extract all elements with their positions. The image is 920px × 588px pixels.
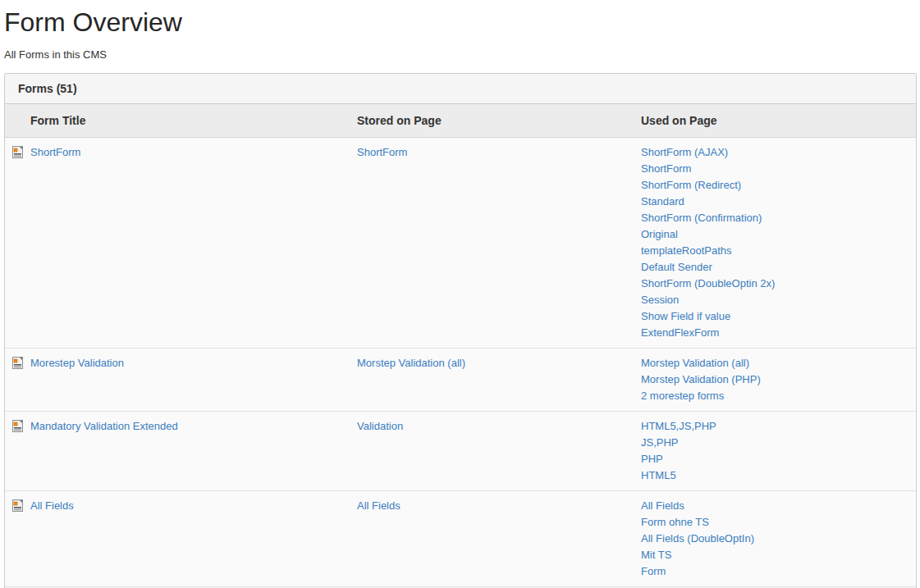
form-title-link[interactable]: Mandatory Validation Extended xyxy=(30,418,178,435)
used-on-page-link[interactable]: ShortForm (AJAX) xyxy=(641,144,909,161)
used-on-page-link[interactable]: Default Sender xyxy=(641,259,909,276)
used-on-page-link[interactable]: JS,PHP xyxy=(641,435,909,451)
form-document-icon xyxy=(11,357,25,370)
used-on-page-link[interactable]: HTML5,JS,PHP xyxy=(641,418,909,435)
forms-table-header: Form Title Stored on Page Used on Page xyxy=(5,104,916,138)
stored-on-page-link[interactable]: Morstep Validation (all) xyxy=(357,357,465,369)
form-overview-page: Form Overview All Forms in this CMS Form… xyxy=(0,0,920,588)
used-on-page-link[interactable]: Morstep Validation (PHP) xyxy=(641,371,909,388)
form-title-link[interactable]: All Fields xyxy=(30,498,74,514)
used-on-page-link[interactable]: Form xyxy=(641,563,909,580)
forms-panel: Forms (51) Form Title Stored on Page Use… xyxy=(4,73,917,588)
used-on-page-link[interactable]: Original xyxy=(641,226,909,243)
used-on-page-link[interactable]: Form ohne TS xyxy=(641,514,909,531)
used-on-page-link[interactable]: ShortForm (Confirmation) xyxy=(641,210,909,226)
used-on-page-list: Morstep Validation (all)Morstep Validati… xyxy=(634,348,916,411)
used-on-page-link[interactable]: ShortForm (Redirect) xyxy=(641,177,909,194)
used-on-page-link[interactable]: Morstep Validation (all) xyxy=(641,355,909,371)
column-header-form-title: Form Title xyxy=(5,104,350,138)
used-on-page-list: HTML5,JS,PHPJS,PHPPHPHTML5 xyxy=(634,411,916,490)
used-on-page-link[interactable]: Show Field if value xyxy=(641,308,909,325)
stored-on-page-link[interactable]: Validation xyxy=(357,420,403,432)
used-on-page-link[interactable]: ExtendFlexForm xyxy=(641,325,909,341)
used-on-page-list: ShortForm (AJAX)ShortFormShortForm (Redi… xyxy=(634,137,916,348)
table-row: ShortForm ShortForm ShortForm (AJAX)Shor… xyxy=(5,137,916,348)
used-on-page-link[interactable]: Mit TS xyxy=(641,547,909,563)
table-row: All Fields All Fields All FieldsForm ohn… xyxy=(5,490,916,586)
form-document-icon xyxy=(11,499,25,513)
used-on-page-list: All FieldsForm ohne TSAll Fields (Double… xyxy=(634,490,916,586)
form-title-link[interactable]: ShortForm xyxy=(30,144,80,161)
used-on-page-link[interactable]: ShortForm (DoubleOptin 2x) xyxy=(641,276,909,292)
forms-table: Form Title Stored on Page Used on Page xyxy=(5,104,916,588)
table-row: Morestep Validation Morstep Validation (… xyxy=(5,348,916,411)
used-on-page-link[interactable]: 2 morestep forms xyxy=(641,388,909,404)
used-on-page-link[interactable]: All Fields (DoubleOptIn) xyxy=(641,531,909,547)
used-on-page-link[interactable]: PHP xyxy=(641,451,909,467)
stored-on-page-link[interactable]: All Fields xyxy=(357,499,400,512)
used-on-page-link[interactable]: ShortForm xyxy=(641,161,909,177)
column-header-used-on-page: Used on Page xyxy=(634,104,916,138)
page-subtitle: All Forms in this CMS xyxy=(4,48,917,61)
form-document-icon xyxy=(11,420,25,433)
used-on-page-link[interactable]: templateRootPaths xyxy=(641,243,909,259)
form-title-link[interactable]: Morestep Validation xyxy=(30,355,124,371)
page-title: Form Overview xyxy=(4,7,917,38)
forms-table-body: ShortForm ShortForm ShortForm (AJAX)Shor… xyxy=(5,137,916,588)
used-on-page-link[interactable]: Standard xyxy=(641,194,909,210)
form-document-icon xyxy=(11,146,25,159)
used-on-page-link[interactable]: All Fields xyxy=(641,498,909,514)
used-on-page-link[interactable]: Session xyxy=(641,292,909,308)
stored-on-page-link[interactable]: ShortForm xyxy=(357,146,407,158)
column-header-stored-on-page: Stored on Page xyxy=(350,104,634,138)
used-on-page-link[interactable]: HTML5 xyxy=(641,467,909,484)
forms-panel-heading: Forms (51) xyxy=(5,74,916,104)
table-row: Mandatory Validation Extended Validation… xyxy=(5,411,916,490)
